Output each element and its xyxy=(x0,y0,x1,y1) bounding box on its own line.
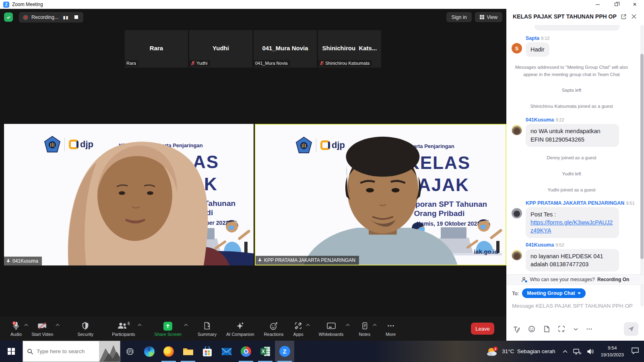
chrome-icon[interactable] xyxy=(236,341,256,362)
video-name-label: KPP PRATAMA JAKARTA PENJARINGAN xyxy=(256,256,359,265)
search-highlight-image xyxy=(99,341,120,362)
close-chat-icon[interactable] xyxy=(629,12,639,21)
screenshot-icon[interactable] xyxy=(558,325,566,333)
chat-message: 041Kusuma9:22 no WA untuk mendapatkan EF… xyxy=(506,117,639,147)
participants-count: 6 xyxy=(128,321,130,326)
system-message: Messages addressed to "Meeting Group Cha… xyxy=(511,64,632,78)
show-hidden-icons-chevron[interactable] xyxy=(560,350,570,353)
restore-button[interactable] xyxy=(607,0,625,9)
forms-link[interactable]: https://forms.gle/K3wwJcPAUJ2z49KYA xyxy=(530,218,614,235)
more-compose-chevron-icon[interactable] xyxy=(574,328,578,331)
summary-icon xyxy=(202,321,211,331)
format-text-icon[interactable] xyxy=(513,325,520,333)
recording-label: Recording... xyxy=(31,14,58,20)
message-input[interactable]: Message KELAS PAJAK SPT TAHUNAN PPH OP xyxy=(506,299,644,320)
chat-panel: KELAS PAJAK SPT TAHUNAN PPH OP Sapta9:12… xyxy=(506,9,644,341)
chat-messages: Sapta9:12 S Hadir Messages addressed to … xyxy=(506,31,639,300)
thumbnail-mura-novia[interactable]: 041_Mura Novia 041_Mura Novia xyxy=(254,30,317,68)
participants-button[interactable]: 6 Participants xyxy=(107,317,140,340)
more-compose-icon[interactable] xyxy=(586,328,592,330)
notes-button[interactable]: Notes xyxy=(354,317,375,340)
thumbnail-rara[interactable]: Rara Rara xyxy=(125,30,188,68)
start-button[interactable] xyxy=(0,341,23,362)
file-explorer-icon[interactable] xyxy=(178,341,198,362)
thumbnail-yudhi[interactable]: Yudhi Yudhi xyxy=(189,30,252,68)
participants-options-caret[interactable] xyxy=(138,324,142,326)
apps-button[interactable]: Apps xyxy=(289,317,308,340)
security-shield-icon[interactable] xyxy=(4,12,13,22)
system-tray: 1 31°C Sebagian cerah 9:54 19/10/2023 xyxy=(481,345,644,358)
ai-companion-button[interactable]: AI Companion xyxy=(221,317,259,340)
security-button[interactable]: Security xyxy=(72,317,98,340)
recipient-row: To: Meeting Group Chat xyxy=(506,285,644,299)
chat-bubble[interactable]: no WA untuk mendapatkan EFIN 08129054326… xyxy=(526,124,619,147)
share-screen-button[interactable]: Share Screen xyxy=(150,317,186,340)
microphone-icon: ! xyxy=(11,321,21,331)
more-icon xyxy=(386,321,396,331)
view-button[interactable]: View xyxy=(475,12,502,22)
chat-bubble[interactable]: no layanan HELPDESK 041 adalah 081387477… xyxy=(526,249,619,272)
thumbnail-name-label: Shinichirou Katsumata xyxy=(318,60,372,66)
more-button[interactable]: More xyxy=(381,317,400,340)
stop-recording-button[interactable] xyxy=(73,15,79,20)
search-input[interactable] xyxy=(37,348,91,354)
recording-dot-icon xyxy=(23,15,28,20)
recipient-selector[interactable]: Meeting Group Chat xyxy=(522,288,585,298)
reactions-button[interactable]: Reactions xyxy=(259,317,289,340)
volume-icon[interactable] xyxy=(584,348,597,355)
task-view-icon[interactable] xyxy=(120,341,140,362)
whiteboards-button[interactable]: Whiteboards xyxy=(314,317,349,340)
reactions-icon xyxy=(269,321,279,331)
action-center-icon[interactable] xyxy=(627,347,644,356)
firefox-icon[interactable] xyxy=(159,341,178,362)
system-message: Shinichirou Katsumata joined as a guest xyxy=(511,103,632,110)
privacy-bar[interactable]: Who can see your messages? Recording On xyxy=(506,274,644,285)
network-icon[interactable] xyxy=(570,348,584,355)
chat-bubble[interactable]: Post Tes : https://forms.gle/K3wwJcPAUJ2… xyxy=(526,207,619,238)
microsoft-store-icon[interactable] xyxy=(198,341,217,362)
system-message: Denny joined as a guest xyxy=(511,154,632,161)
edge-icon[interactable] xyxy=(140,341,159,362)
avatar xyxy=(512,125,522,135)
send-button[interactable] xyxy=(624,322,638,336)
taskbar-clock[interactable]: 9:54 19/10/2023 xyxy=(597,345,627,358)
video-tile-041kusuma[interactable]: djp KPP Pratama Jakarta Penjaringan KELA… xyxy=(4,124,254,265)
thumbnail-shinichirou[interactable]: Shinichirou Kats... Shinichirou Katsumat… xyxy=(318,30,381,68)
video-options-caret[interactable] xyxy=(56,324,60,326)
weather-widget[interactable]: 1 31°C Sebagian cerah xyxy=(481,346,560,357)
participant-thumbnail-strip: Rara Rara Yudhi Yudhi 041_Mura Novia 041… xyxy=(125,30,381,68)
attach-file-icon[interactable] xyxy=(543,325,550,333)
svg-text:X: X xyxy=(262,349,265,354)
sign-in-button[interactable]: Sign in xyxy=(446,12,471,22)
ai-companion-icon xyxy=(235,321,245,331)
leave-button[interactable]: Leave xyxy=(471,323,494,335)
excel-icon[interactable]: X xyxy=(256,341,275,362)
summary-button[interactable]: Summary xyxy=(193,317,221,340)
chat-message: Sapta9:12 S Hadir xyxy=(506,35,639,57)
minimize-button[interactable] xyxy=(588,0,607,9)
notes-options-caret[interactable] xyxy=(373,324,377,326)
share-options-caret[interactable] xyxy=(184,324,188,326)
weather-icon: 1 xyxy=(486,346,498,357)
mail-icon[interactable] xyxy=(217,341,236,362)
system-message: Yudhi joined as a guest xyxy=(511,187,632,193)
whiteboards-options-caret[interactable] xyxy=(346,324,350,326)
pin-icon xyxy=(258,258,262,263)
taskbar-search[interactable] xyxy=(23,341,120,362)
emoji-icon[interactable] xyxy=(528,325,535,333)
system-message: Sapta left xyxy=(511,87,632,94)
apps-options-caret[interactable] xyxy=(306,324,310,326)
audio-button[interactable]: ! Audio xyxy=(6,317,27,340)
participant-man xyxy=(256,125,506,265)
zoom-taskbar-icon[interactable]: Z xyxy=(275,341,294,362)
start-video-button[interactable]: Start Video xyxy=(27,317,58,340)
video-tile-kpp[interactable]: djp KPP Pratama Jakarta Penjaringan KELA… xyxy=(255,124,506,265)
chat-message: KPP PRATAMA JAKARTA PENJARINGAN9:51 Post… xyxy=(506,200,639,238)
chat-scrollbar-thumb[interactable] xyxy=(640,54,644,259)
pause-recording-button[interactable]: ▮▮ xyxy=(62,15,70,20)
pop-out-icon[interactable] xyxy=(618,12,629,21)
chat-bubble[interactable]: Hadir xyxy=(526,42,549,57)
close-button[interactable]: ✕ xyxy=(625,0,644,9)
video-name-label: 041Kusuma xyxy=(4,257,42,265)
thumbnail-name-label: 041_Mura Novia xyxy=(254,60,290,66)
